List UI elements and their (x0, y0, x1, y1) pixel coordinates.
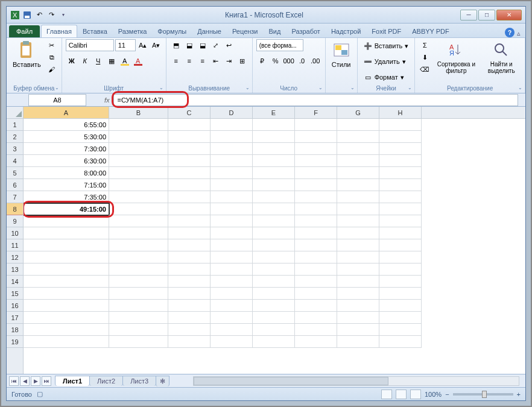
cell-E6[interactable] (253, 179, 295, 191)
cell-B6[interactable] (109, 179, 168, 191)
currency-icon[interactable]: ₽ (256, 55, 268, 67)
column-header-B[interactable]: B (109, 107, 168, 118)
cell-H3[interactable] (379, 143, 422, 155)
cell-B18[interactable] (109, 324, 168, 336)
tab-addins[interactable]: Надстрой (326, 25, 366, 37)
cell-F4[interactable] (295, 155, 337, 167)
cell-H4[interactable] (379, 155, 422, 167)
cell-F13[interactable] (295, 263, 337, 276)
cell-F2[interactable] (295, 131, 337, 143)
close-button[interactable]: ✕ (496, 10, 522, 21)
cell-D2[interactable] (211, 131, 253, 143)
cell-D18[interactable] (211, 324, 253, 336)
zoom-out-icon[interactable]: − (445, 391, 449, 398)
help-icon[interactable]: ? (505, 28, 515, 37)
row-header-10[interactable]: 10 (7, 227, 23, 239)
decrease-font-icon[interactable]: A▾ (150, 39, 162, 51)
percent-icon[interactable]: % (270, 55, 282, 67)
redo-icon[interactable]: ↷ (46, 10, 56, 20)
cell-D6[interactable] (211, 179, 253, 191)
cell-E18[interactable] (253, 324, 295, 336)
cell-G14[interactable] (337, 276, 379, 288)
tab-insert[interactable]: Вставка (77, 25, 113, 37)
cell-B7[interactable] (109, 191, 168, 203)
number-format-select[interactable]: (все форма... (256, 39, 303, 51)
tab-abbyy[interactable]: ABBYY PDF (407, 25, 455, 37)
cell-H7[interactable] (379, 191, 422, 203)
sheet-tab-2[interactable]: Лист2 (89, 376, 123, 386)
cell-C6[interactable] (168, 179, 211, 191)
file-tab[interactable]: Файл (9, 25, 40, 37)
font-color-icon[interactable]: A (132, 55, 144, 67)
row-header-6[interactable]: 6 (7, 179, 23, 191)
cell-E8[interactable] (253, 203, 295, 215)
cell-C4[interactable] (168, 155, 211, 167)
cell-H5[interactable] (379, 167, 422, 179)
cell-C10[interactable] (168, 227, 211, 239)
cell-F16[interactable] (295, 300, 337, 312)
cell-B14[interactable] (109, 276, 168, 288)
page-break-view-icon[interactable] (410, 390, 421, 399)
cell-D13[interactable] (211, 263, 253, 276)
row-header-15[interactable]: 15 (7, 288, 23, 300)
italic-icon[interactable]: К (79, 55, 91, 67)
zoom-level[interactable]: 100% (425, 391, 442, 398)
hscroll-thumb[interactable] (194, 377, 388, 385)
cell-D8[interactable] (211, 203, 253, 215)
row-header-2[interactable]: 2 (7, 131, 23, 143)
undo-icon[interactable]: ↶ (34, 10, 44, 20)
cell-A7[interactable]: 7:35:00 (24, 191, 109, 203)
cell-C11[interactable] (168, 239, 211, 251)
cell-H15[interactable] (379, 288, 422, 300)
row-header-9[interactable]: 9 (7, 215, 23, 227)
cell-G11[interactable] (337, 239, 379, 251)
align-center-icon[interactable]: ≡ (183, 55, 195, 67)
cell-F10[interactable] (295, 227, 337, 239)
normal-view-icon[interactable] (381, 390, 392, 399)
cell-D17[interactable] (211, 312, 253, 324)
border-icon[interactable]: ▦ (106, 55, 118, 67)
cells-area[interactable]: 6:55:005:30:007:30:006:30:008:00:007:15:… (24, 119, 525, 348)
save-icon[interactable] (22, 10, 32, 20)
autosum-icon[interactable]: Σ (419, 39, 431, 51)
cell-D14[interactable] (211, 276, 253, 288)
tab-review[interactable]: Рецензи (227, 25, 264, 37)
cell-C17[interactable] (168, 312, 211, 324)
fill-color-icon[interactable]: A (119, 55, 131, 67)
cell-F5[interactable] (295, 167, 337, 179)
cell-B16[interactable] (109, 300, 168, 312)
cell-G6[interactable] (337, 179, 379, 191)
cell-G5[interactable] (337, 167, 379, 179)
cell-A2[interactable]: 5:30:00 (24, 131, 109, 143)
cell-B19[interactable] (109, 336, 168, 348)
tab-layout[interactable]: Разметка (113, 25, 153, 37)
cell-G12[interactable] (337, 251, 379, 263)
row-header-19[interactable]: 19 (7, 336, 23, 348)
cell-D16[interactable] (211, 300, 253, 312)
cell-C19[interactable] (168, 336, 211, 348)
cell-H18[interactable] (379, 324, 422, 336)
cell-A10[interactable] (24, 227, 109, 239)
cell-G1[interactable] (337, 119, 379, 131)
row-header-17[interactable]: 17 (7, 312, 23, 324)
decrease-indent-icon[interactable]: ⇤ (210, 55, 222, 67)
cell-G9[interactable] (337, 215, 379, 227)
cell-G13[interactable] (337, 263, 379, 276)
cell-D4[interactable] (211, 155, 253, 167)
cell-G17[interactable] (337, 312, 379, 324)
cell-H16[interactable] (379, 300, 422, 312)
cell-G3[interactable] (337, 143, 379, 155)
cell-A6[interactable]: 7:15:00 (24, 179, 109, 191)
fx-icon[interactable]: fx (104, 96, 110, 104)
increase-decimal-icon[interactable]: .0 (296, 55, 308, 67)
cell-A15[interactable] (24, 288, 109, 300)
increase-font-icon[interactable]: A▴ (137, 39, 149, 51)
sheet-tab-3[interactable]: Лист3 (122, 376, 156, 386)
zoom-in-icon[interactable]: + (517, 391, 521, 398)
cell-H6[interactable] (379, 179, 422, 191)
align-left-icon[interactable]: ≡ (170, 55, 182, 67)
decrease-decimal-icon[interactable]: .00 (309, 55, 321, 67)
merge-icon[interactable]: ⊞ (236, 55, 249, 67)
cell-H13[interactable] (379, 263, 422, 276)
cell-B11[interactable] (109, 239, 168, 251)
